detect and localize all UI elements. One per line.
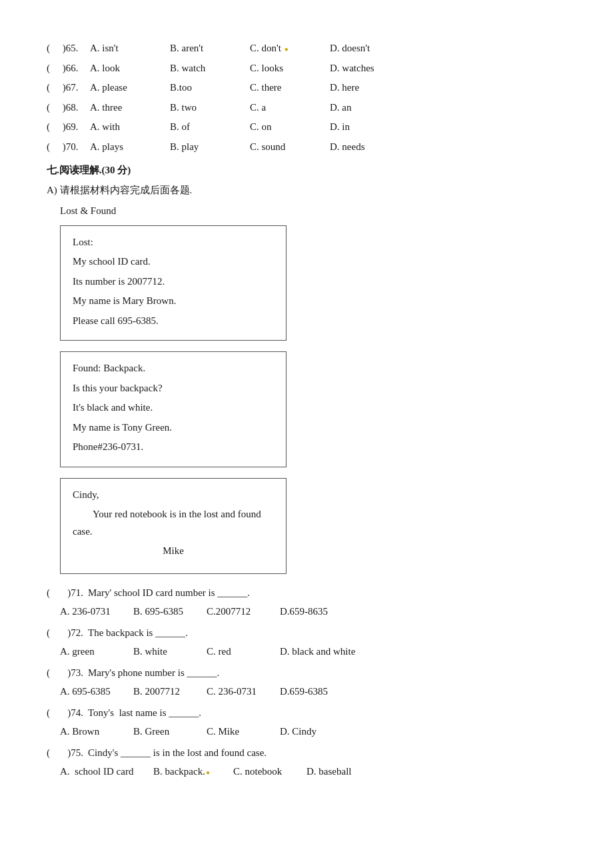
opt-a: A. Brown — [60, 723, 133, 741]
opt-d: D. in — [330, 119, 410, 136]
found-line-2: Is this your backpack? — [73, 380, 274, 397]
lost-line-1: Lost: — [73, 234, 274, 251]
question-65: ( )65. A. isn't B. aren't C. don't ● D. … — [47, 40, 566, 57]
question-72: ( )72. The backpack is ______. — [47, 625, 566, 642]
found-line-1: Found: Backpack. — [73, 360, 274, 377]
paren: ( — [47, 625, 60, 642]
question-70: ( )70. A. plays B. play C. sound D. need… — [47, 139, 566, 156]
opt-d: D. doesn't — [330, 40, 410, 57]
opt-d: D. an — [330, 99, 410, 117]
lost-line-3: Its number is 2007712. — [73, 273, 274, 291]
q73-options: A. 695-6385 B. 2007712 C. 236-0731 D.659… — [60, 683, 566, 701]
q-text: Cindy's ______ is in the lost and found … — [88, 745, 267, 762]
q-num: )72. — [60, 625, 88, 642]
paren: ( — [47, 705, 60, 722]
question-74: ( )74. Tony's last name is ______. — [47, 705, 566, 722]
found-card: Found: Backpack. Is this your backpack? … — [60, 351, 287, 467]
q72-options: A. green B. white C. red D. black and wh… — [60, 643, 566, 661]
question-68: ( )68. A. three B. two C. a D. an — [47, 99, 566, 117]
q-num: )73. — [60, 665, 88, 682]
opt-b: B. Green — [133, 723, 207, 741]
opt-a: A. school ID card — [60, 763, 153, 781]
opt-b: B. play — [170, 139, 250, 156]
opt-a: A. please — [90, 79, 170, 97]
opt-d: D. here — [330, 79, 410, 97]
paren: ( — [47, 139, 60, 156]
q-text: Mary's phone number is ______. — [88, 665, 219, 682]
q-num: )67. — [60, 79, 90, 97]
q-text: Mary' school ID card number is ______. — [88, 585, 250, 602]
found-line-3: It's black and white. — [73, 399, 274, 417]
lost-line-5: Please call 695-6385. — [73, 313, 274, 330]
opt-c: C. don't ● — [250, 40, 330, 57]
q-num: )66. — [60, 60, 90, 77]
q-num: )68. — [60, 99, 90, 117]
section-7-title: 七.阅读理解.(30 分) — [47, 162, 566, 179]
opt-b: B. 695-6385 — [133, 603, 207, 621]
paren: ( — [47, 745, 60, 762]
opt-c: C. there — [250, 79, 330, 97]
paren: ( — [47, 79, 60, 97]
opt-a: A. 236-0731 — [60, 603, 133, 621]
found-line-4: My name is Tony Green. — [73, 419, 274, 437]
q74-options: A. Brown B. Green C. Mike D. Cindy — [60, 723, 566, 741]
opt-a: A. with — [90, 119, 170, 136]
question-73: ( )73. Mary's phone number is ______. — [47, 665, 566, 682]
opt-d: D. baseball — [306, 763, 380, 781]
opt-d: D. black and white — [280, 643, 366, 661]
opt-c: C. notebook — [233, 763, 306, 781]
opt-c: C. on — [250, 119, 330, 136]
opt-b: B. aren't — [170, 40, 250, 57]
q-num: )74. — [60, 705, 88, 722]
opt-b: B.too — [170, 79, 250, 97]
q-num: )75. — [60, 745, 88, 762]
q-num: )71. — [60, 585, 88, 602]
opt-a: A. plays — [90, 139, 170, 156]
found-line-5: Phone#236-0731. — [73, 439, 274, 456]
mcq-section: ( )65. A. isn't B. aren't C. don't ● D. … — [47, 40, 566, 155]
q71-options: A. 236-0731 B. 695-6385 C.2007712 D.659-… — [60, 603, 566, 621]
opt-c: C. sound — [250, 139, 330, 156]
opt-c: C.2007712 — [207, 603, 280, 621]
question-75: ( )75. Cindy's ______ is in the lost and… — [47, 745, 566, 762]
opt-b: B. backpack.● — [153, 763, 233, 781]
question-67: ( )67. A. please B.too C. there D. here — [47, 79, 566, 97]
opt-a: A. 695-6385 — [60, 683, 133, 701]
lost-found-label: Lost & Found — [60, 203, 566, 220]
q-text: The backpack is ______. — [88, 625, 188, 642]
q-num: )70. — [60, 139, 90, 156]
opt-d: D. Cindy — [280, 723, 353, 741]
opt-a: A. isn't — [90, 40, 170, 57]
opt-c: C. a — [250, 99, 330, 117]
opt-d: D.659-8635 — [280, 603, 353, 621]
opt-c: C. looks — [250, 60, 330, 77]
paren: ( — [47, 60, 60, 77]
opt-b: B. watch — [170, 60, 250, 77]
opt-c: C. red — [207, 643, 280, 661]
q-num: )69. — [60, 119, 90, 136]
sub-instruction: A) 请根据材料内容完成后面各题. — [47, 182, 566, 199]
note-line-mike: Mike — [73, 543, 274, 560]
opt-d: D. watches — [330, 60, 410, 77]
opt-a: A. look — [90, 60, 170, 77]
opt-a: A. three — [90, 99, 170, 117]
question-71: ( )71. Mary' school ID card number is __… — [47, 585, 566, 602]
opt-c: C. 236-0731 — [207, 683, 280, 701]
note-card: Cindy, Your red notebook is in the lost … — [60, 478, 287, 574]
q-text: Tony's last name is ______. — [88, 705, 201, 722]
q-num: )65. — [60, 40, 90, 57]
paren: ( — [47, 99, 60, 117]
opt-a: A. green — [60, 643, 133, 661]
opt-d: D.659-6385 — [280, 683, 353, 701]
opt-b: B. two — [170, 99, 250, 117]
dot-decoration: ● — [206, 769, 210, 776]
q75-options: A. school ID card B. backpack.● C. noteb… — [60, 763, 566, 781]
opt-b: B. 2007712 — [133, 683, 207, 701]
paren: ( — [47, 665, 60, 682]
paren: ( — [47, 585, 60, 602]
opt-c: C. Mike — [207, 723, 280, 741]
note-line-1: Cindy, — [73, 487, 274, 504]
lost-line-4: My name is Mary Brown. — [73, 293, 274, 310]
question-66: ( )66. A. look B. watch C. looks D. watc… — [47, 60, 566, 77]
comprehension-section: ( )71. Mary' school ID card number is __… — [47, 585, 566, 781]
